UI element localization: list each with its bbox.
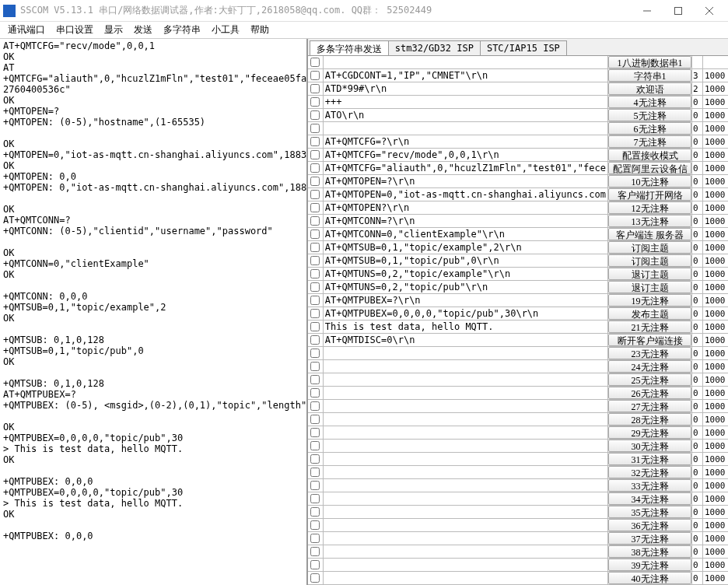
- row-delay[interactable]: 1000: [703, 334, 728, 346]
- row-command[interactable]: AT+QMTUNS=0,2,"topic/pub"\r\n: [324, 281, 608, 293]
- send-button[interactable]: 36无注释: [608, 519, 691, 531]
- row-number[interactable]: 0: [692, 492, 703, 505]
- minimize-button[interactable]: [632, 0, 663, 22]
- row-delay[interactable]: 1000: [703, 506, 728, 518]
- row-command[interactable]: [324, 387, 608, 399]
- row-command[interactable]: AT+QMTOPEN=?\r\n: [324, 175, 608, 187]
- row-command[interactable]: [324, 440, 608, 452]
- row-number[interactable]: 0: [692, 426, 703, 439]
- row-command[interactable]: [324, 400, 608, 412]
- row-delay[interactable]: 1000: [703, 321, 728, 333]
- row-checkbox[interactable]: [310, 349, 320, 358]
- row-number[interactable]: 0: [692, 109, 703, 121]
- row-command[interactable]: [324, 572, 608, 584]
- row-delay[interactable]: 1000: [703, 69, 728, 82]
- row-delay[interactable]: 1000: [703, 215, 728, 227]
- row-delay[interactable]: 1000: [703, 466, 728, 478]
- row-number[interactable]: 0: [692, 479, 703, 492]
- row-number[interactable]: 0: [692, 506, 703, 518]
- row-checkbox[interactable]: [310, 441, 320, 450]
- row-command[interactable]: [324, 426, 608, 439]
- send-button[interactable]: 30无注释: [608, 440, 691, 452]
- send-button[interactable]: 28无注释: [608, 413, 691, 426]
- send-button[interactable]: 10无注释: [608, 175, 691, 187]
- row-delay[interactable]: 1000: [703, 188, 728, 201]
- row-delay[interactable]: 1000: [703, 373, 728, 386]
- row-number[interactable]: 0: [692, 400, 703, 412]
- send-button[interactable]: 21无注释: [608, 321, 691, 333]
- send-button[interactable]: 31无注释: [608, 453, 691, 465]
- row-delay[interactable]: 1000: [703, 453, 728, 465]
- tab-stm32[interactable]: stm32/GD32 ISP: [388, 40, 481, 55]
- row-checkbox[interactable]: [310, 282, 320, 292]
- row-delay[interactable]: 1000: [703, 162, 728, 174]
- row-delay[interactable]: 1000: [703, 281, 728, 293]
- close-button[interactable]: [694, 0, 725, 22]
- row-checkbox[interactable]: [310, 229, 320, 239]
- row-command[interactable]: [324, 373, 608, 386]
- row-checkbox[interactable]: [310, 150, 320, 159]
- send-button[interactable]: 32无注释: [608, 466, 691, 478]
- tab-stc[interactable]: STC/IAP15 ISP: [480, 40, 567, 55]
- send-button[interactable]: 退订主题: [608, 268, 691, 280]
- row-number[interactable]: 0: [692, 188, 703, 201]
- row-checkbox[interactable]: [310, 269, 320, 278]
- row-command[interactable]: AT+QMTPUBEX=0,0,0,0,"topic/pub",30\r\n: [324, 307, 608, 320]
- send-button[interactable]: 25无注释: [608, 373, 691, 386]
- send-button[interactable]: 1八进制数据串1: [608, 56, 691, 68]
- menu-multistring[interactable]: 多字符串: [159, 22, 205, 38]
- row-checkbox[interactable]: [310, 71, 320, 80]
- row-delay[interactable]: 1000: [703, 400, 728, 412]
- row-number[interactable]: 0: [692, 268, 703, 280]
- row-checkbox[interactable]: [310, 468, 320, 477]
- row-checkbox[interactable]: [310, 137, 320, 146]
- send-button[interactable]: 40无注释: [608, 572, 691, 584]
- row-checkbox[interactable]: [310, 190, 320, 199]
- row-command[interactable]: AT+QMTDISC=0\r\n: [324, 334, 608, 346]
- row-delay[interactable]: 1000: [703, 519, 728, 531]
- row-number[interactable]: 0: [692, 307, 703, 320]
- row-checkbox[interactable]: [310, 520, 320, 530]
- row-delay[interactable]: 1000: [703, 307, 728, 320]
- send-button[interactable]: 39无注释: [608, 559, 691, 571]
- row-checkbox[interactable]: [310, 547, 320, 556]
- row-number[interactable]: 0: [692, 545, 703, 558]
- send-button[interactable]: 38无注释: [608, 545, 691, 558]
- row-checkbox[interactable]: [310, 375, 320, 384]
- row-number[interactable]: 0: [692, 281, 703, 293]
- row-number[interactable]: 0: [692, 215, 703, 227]
- send-button[interactable]: 4无注释: [608, 96, 691, 108]
- command-grid-scroll[interactable]: 1八进制数据串1AT+CGDCONT=1,"IP","CMNET"\r\n字符串…: [308, 56, 728, 585]
- row-command[interactable]: AT+QMTSUB=0,1,"topic/example",2\r\n: [324, 241, 608, 254]
- row-number[interactable]: 0: [692, 519, 703, 531]
- row-number[interactable]: 0: [692, 149, 703, 161]
- send-button[interactable]: 23无注释: [608, 347, 691, 359]
- row-delay[interactable]: 1000: [703, 228, 728, 240]
- row-number[interactable]: 0: [692, 241, 703, 254]
- row-number[interactable]: 0: [692, 373, 703, 386]
- row-checkbox[interactable]: [310, 84, 320, 93]
- row-checkbox[interactable]: [310, 203, 320, 212]
- row-number[interactable]: 0: [692, 321, 703, 333]
- row-delay[interactable]: 1000: [703, 96, 728, 108]
- row-delay[interactable]: 1000: [703, 201, 728, 214]
- send-button[interactable]: 订阅主题: [608, 254, 691, 267]
- row-checkbox[interactable]: [310, 507, 320, 517]
- send-button[interactable]: 客户端打开网络: [608, 188, 691, 201]
- row-number[interactable]: 0: [692, 387, 703, 399]
- send-button[interactable]: 字符串1: [608, 69, 691, 82]
- row-command[interactable]: [324, 492, 608, 505]
- row-delay[interactable]: 1000: [703, 82, 728, 95]
- send-button[interactable]: 断开客户端连接: [608, 334, 691, 346]
- row-checkbox[interactable]: [310, 163, 320, 173]
- row-number[interactable]: 0: [692, 294, 703, 307]
- row-delay[interactable]: 1000: [703, 413, 728, 426]
- send-button[interactable]: 26无注释: [608, 387, 691, 399]
- row-number[interactable]: 0: [692, 360, 703, 373]
- send-button[interactable]: 7无注释: [608, 135, 691, 148]
- row-checkbox[interactable]: [310, 388, 320, 398]
- row-checkbox[interactable]: [310, 110, 320, 120]
- row-checkbox[interactable]: [310, 401, 320, 411]
- row-delay[interactable]: 1000: [703, 175, 728, 187]
- row-number[interactable]: 0: [692, 254, 703, 267]
